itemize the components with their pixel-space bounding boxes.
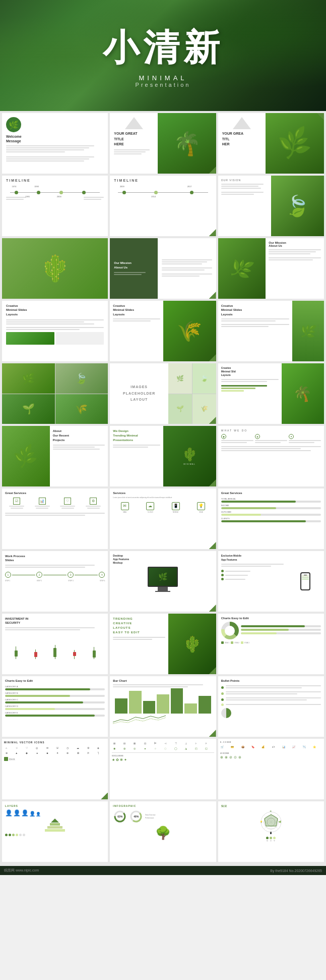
slide-plants-photo[interactable]: 🌵: [2, 238, 108, 299]
slide-row-2: TIMELINE 1974 1990 1981 2004: [2, 176, 324, 236]
slide-row-6: 🌿 AboutOur RecentProjects We DesignTrend…: [2, 426, 324, 486]
corner-icons1: [101, 792, 108, 799]
icon-item: ⭐: [312, 744, 317, 749]
timeline-title-2: TIMELINE: [114, 179, 212, 182]
icon-item: ◯: [173, 746, 178, 750]
tree-icon: 🌳: [155, 826, 171, 840]
creative-title-3: CreativeMinimal SlidesLayouts: [221, 304, 289, 316]
icon-item: ◉: [112, 746, 116, 750]
nipic-footer: 昵图网 www.nipic.com By the9184 No.20200726…: [0, 866, 326, 875]
icon-item: ✦: [124, 758, 127, 762]
slide-we-design[interactable]: We DesignTrending MinimalPresentations 🌵…: [110, 426, 216, 486]
bullet-list: [221, 685, 321, 706]
knowledge-title: 知识: [221, 804, 321, 807]
icon-item: ☆: [14, 745, 19, 750]
slide-welcome[interactable]: 🌿 WelcomeMessage: [2, 113, 108, 174]
slide-row-11: MINIMAL VECTOR ICONS ⌂ ☆ ♡ ◎ ✉ ☏ ◷ ☁ ⚙ ◈…: [2, 739, 324, 799]
ui-icon: ⊚: [238, 755, 241, 759]
hero-subtitle2: Presentation: [136, 82, 191, 88]
slide-icons-1[interactable]: MINIMAL VECTOR ICONS ⌂ ☆ ♡ ◎ ✉ ☏ ◷ ☁ ⚙ ◈…: [2, 739, 108, 799]
svg-marker-11: [265, 814, 278, 826]
slide-row-8: Work ProcessSlides 1 2 3 4 STEP 1 STEP 2…: [2, 551, 324, 612]
icon-item: ⊟: [122, 741, 127, 745]
slide-bar-chart[interactable]: Bar Chart: [110, 676, 216, 737]
ui-icon: ⊗: [225, 755, 228, 759]
svg-text:📱: 📱: [270, 832, 272, 834]
slide-creative-1[interactable]: CreativeMinimal SlidesLayouts: [2, 301, 108, 361]
icon-item: ◎: [133, 746, 137, 750]
slide-row-3: 🌵 Our MissionAbout Us: [2, 238, 324, 299]
mission-title-2: Our MissionAbout Us: [269, 241, 321, 247]
slide-investment[interactable]: INVESTMENT INSECURITY: [2, 614, 108, 674]
person-icon: 👤: [36, 812, 41, 816]
slide-creative-mini[interactable]: CreativeMinimal SlidLayouts 🌴: [218, 363, 324, 424]
icon-item: ◈: [96, 745, 101, 750]
icon-item: ⊧: [204, 741, 209, 745]
process-step-2: 2: [36, 572, 42, 578]
icon-item: 📊: [282, 744, 286, 749]
slide-icons-3[interactable]: E-COMM 🛒 💳 📦 🔖 💰 🏷 📊 📈 📉 ⭐ UI ICONS: [218, 739, 324, 799]
slide-timeline-2[interactable]: TIMELINE 2009 2017 2014: [110, 176, 216, 236]
slide-layers[interactable]: LAYERS 👤 👤 👤 👤 👤: [2, 801, 108, 862]
icon-item: ●: [143, 746, 147, 750]
slide-image-placeholder[interactable]: IMAGESPLACEHOLDERLAYOUT 🌿 🍃 🌱 🌾: [110, 363, 216, 424]
icons-title-1: MINIMAL VECTOR ICONS: [4, 741, 106, 744]
slide-knowledge[interactable]: 知识 ☁: [218, 801, 324, 862]
slide-services-1[interactable]: Great Services ☑ 📊 ♡: [2, 488, 108, 549]
what-we-do-title: WHAT WE DO: [221, 429, 321, 432]
placeholder-text: IMAGESPLACEHOLDERLAYOUT: [123, 384, 155, 403]
hbar-row-3: CATEGORY C: [5, 698, 105, 703]
slide-timeline-1[interactable]: TIMELINE 1974 1990 1981 2004: [2, 176, 108, 236]
welcome-lines: [6, 145, 104, 162]
icon-item: ◷: [66, 745, 70, 750]
icon-item: ⤵: [96, 750, 101, 755]
icon-item: ☏: [55, 745, 60, 750]
slide-mission-2[interactable]: 🌿 Our MissionAbout Us: [218, 238, 324, 299]
icon-item: ●: [35, 750, 39, 755]
slide-desktop-mockup[interactable]: DesktopApp FeaturesMockup 🌿: [110, 551, 216, 612]
slide-services-3[interactable]: Great Services TOTAL ANNUAL INCOME OUTCO…: [218, 488, 324, 549]
hero-section: 小清新 MINIMAL Presentation: [0, 0, 326, 111]
slide-mobile-app[interactable]: Exclusive MobileApp Features: [218, 551, 324, 612]
slide-trending[interactable]: TRENDINGCREATIVELAYOUTSEASY TO EDIT 🌵: [110, 614, 216, 674]
hero-title-cn: 小清新: [103, 24, 224, 72]
icon-item: 📦: [240, 744, 245, 749]
slide-services-2[interactable]: Services Lorem ipsum dolor sit amet cons…: [110, 488, 216, 549]
icon-item: ◱: [204, 746, 209, 750]
slide-creative-3[interactable]: CreativeMinimal SlidesLayouts 🌿 MINIMAL: [218, 301, 324, 361]
work-process-title: Work ProcessSlides: [5, 554, 105, 563]
slide-charts-easy-1[interactable]: Charts Easy to Edit ITEM 1 IT: [218, 614, 324, 674]
slide-title-2[interactable]: YOUR GREATITLHER 🌿: [218, 113, 324, 174]
slide-photo-grid[interactable]: 🌿 🍃 🌱 🌾: [2, 363, 108, 424]
slide-icons-2[interactable]: ⊞ ⊟ ⊠ ⊡ ⊢ ⊣ ⊤ ⊥ ⊦ ⊧ ◉ ◍ ◎ ● ○ ◌ ◯: [110, 739, 216, 799]
slide-vision[interactable]: OUR VISION 🍃: [218, 176, 324, 236]
bar-label-3: OUTCOME: [221, 511, 321, 513]
icon-item: ⊤: [173, 741, 178, 745]
bar-chart: [113, 688, 213, 714]
icon-item: ✉: [45, 745, 49, 750]
icon-item: ■: [45, 750, 49, 755]
slide-bullet-points[interactable]: Bullet Points: [218, 676, 324, 737]
slide-title-1[interactable]: YOUR GREATTITLEHERE 🌴: [110, 113, 216, 174]
slide-work-process[interactable]: Work ProcessSlides 1 2 3 4 STEP 1 STEP 2…: [2, 551, 108, 612]
person-icon: 👤: [5, 809, 13, 816]
corner-s2: [209, 542, 216, 549]
hbar-row-5: CATEGORY E: [5, 712, 105, 717]
slide-mission-1[interactable]: Our MissionAbout Us: [110, 238, 216, 299]
slide-creative-2[interactable]: CreativeMinimal SlidesLayouts 🌾: [110, 301, 216, 361]
icon-item: ⊦: [194, 741, 199, 745]
process-step-4: 4: [99, 572, 105, 578]
slide-about-projects[interactable]: 🌿 AboutOur RecentProjects: [2, 426, 108, 486]
slide-what-we-do[interactable]: WHAT WE DO ◆ ◈ ✦: [218, 426, 324, 486]
icon-item: ❋: [120, 758, 123, 762]
svg-text:☁: ☁: [270, 809, 272, 812]
icon-item: 🏷: [271, 744, 276, 749]
slide-infographic[interactable]: INFOGRAPHIC 63%: [110, 801, 216, 862]
icon-item: ⊡: [143, 741, 147, 745]
line-chart-svg: [113, 715, 213, 725]
slide-row-10: Charts Easy to Edit CATEGORY A CATEGORY …: [2, 676, 324, 737]
slide-charts-hbar[interactable]: Charts Easy to Edit CATEGORY A CATEGORY …: [2, 676, 108, 737]
phone-mockup: [300, 572, 310, 590]
corner-accent-t2: [209, 229, 216, 236]
svg-text:🌿: 🌿: [279, 821, 281, 823]
